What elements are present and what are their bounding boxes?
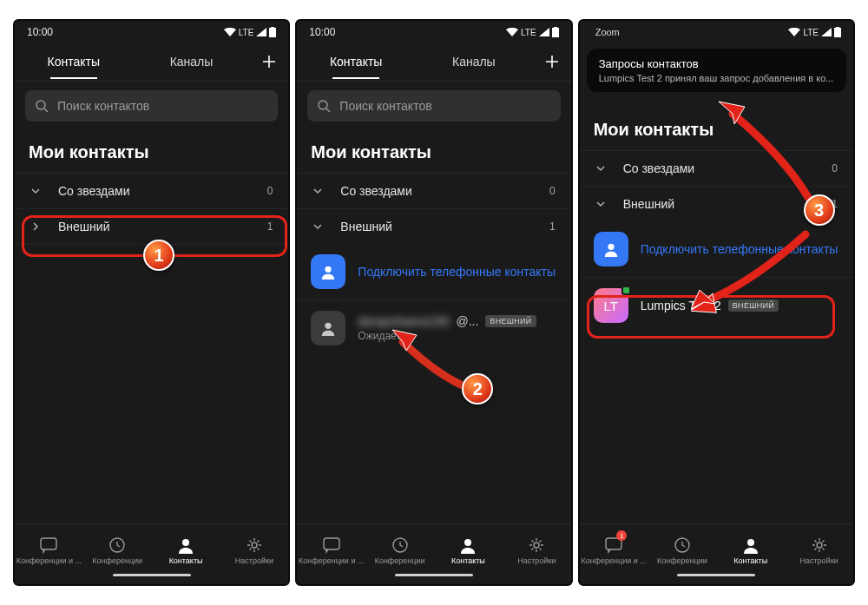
group-external[interactable]: Внешний 1 [15,208,288,245]
tab-contacts[interactable]: Контакты [297,44,415,79]
connect-label: Подключить телефонные контакты [358,265,556,279]
nav-meetings-chat[interactable]: 1 Конференции и ... [580,528,648,574]
chat-icon [322,536,341,554]
nav-settings[interactable]: Настройки [503,528,571,574]
search-input[interactable]: Поиск контактов [25,90,278,122]
person-icon [459,536,477,554]
chevron-down-icon [312,221,328,232]
status-time: 10:00 [27,26,53,38]
lte-label: LTE [803,28,819,37]
group-starred-count: 0 [549,185,556,197]
add-button[interactable] [250,53,288,70]
contact-at: @... [456,314,478,328]
contact-name-masked: darapuhaeva196 [358,314,449,328]
clock-icon [108,536,126,554]
status-bar: 10:00 LTE [15,21,288,42]
chevron-down-icon [30,186,46,196]
svg-line-11 [326,109,330,112]
home-indicator [297,574,570,584]
tab-channels[interactable]: Каналы [133,44,251,79]
nav-contacts[interactable]: Контакты [716,528,785,574]
person-icon [320,264,336,279]
phone-screen-2: 10:00 LTE Контакты Каналы Поиск контакто… [295,19,572,586]
contacts-avatar-icon [311,254,345,289]
bottom-nav: 1 Конференции и ... Конференции Контакты… [580,523,853,574]
group-external-count: 1 [549,220,556,233]
nav-contacts[interactable]: Контакты [152,528,220,574]
group-external-label: Внешний [623,197,674,211]
connect-phone-contacts[interactable]: Подключить телефонные контакты [580,221,853,278]
notification-toast[interactable]: Запросы контактов Lumpics Test 2 принял … [587,49,846,92]
group-external-label: Внешний [58,220,109,233]
svg-rect-4 [41,538,56,549]
svg-rect-19 [836,27,839,28]
svg-point-20 [608,244,614,250]
group-external-label: Внешний [340,220,391,233]
pending-contact-row[interactable]: darapuhaeva196 @... ВНЕШНИЙ Ожидает... [297,300,570,356]
person-icon [603,241,619,257]
contact-name-line: Lumpics Test 2 ВНЕШНИЙ [641,299,839,312]
tab-contacts[interactable]: Контакты [15,44,133,79]
svg-rect-0 [269,28,276,37]
battery-icon [269,27,276,37]
clock-icon [674,536,691,554]
tabs-row: Контакты Каналы [297,42,570,82]
nav-settings[interactable]: Настройки [220,528,288,574]
avatar-initials: LT [603,299,617,313]
gear-icon [246,536,263,554]
nav-meetings[interactable]: Конференции [365,528,434,574]
group-starred[interactable]: Со звездами 0 [297,173,570,208]
gear-icon [811,536,828,554]
status-time: 10:00 [309,26,335,38]
nav-meetings-chat[interactable]: Конференции и ... [297,528,365,574]
person-icon [742,536,760,554]
chevron-right-icon [30,221,46,232]
notification-title: Запросы контактов [599,57,834,70]
group-starred[interactable]: Со звездами 0 [580,150,853,186]
section-title: Мои контакты [15,127,288,173]
svg-point-10 [319,101,327,109]
contacts-avatar-icon [594,232,628,266]
search-placeholder: Поиск контактов [57,99,149,113]
svg-point-23 [747,539,754,546]
add-button[interactable] [533,53,571,70]
svg-rect-8 [552,28,559,37]
plus-icon [543,53,561,70]
person-icon [320,320,336,336]
battery-icon [834,27,841,37]
group-starred-label: Со звездами [623,161,694,175]
wifi-icon [788,28,800,36]
nav-meetings[interactable]: Конференции [648,528,716,574]
group-starred-label: Со звездами [58,184,129,198]
status-icons: LTE [224,27,277,37]
group-starred-count: 0 [832,162,838,174]
nav-contacts[interactable]: Контакты [434,528,503,574]
status-icons: LTE [506,27,559,37]
svg-point-13 [326,323,332,329]
home-indicator [15,574,288,584]
svg-point-7 [252,543,257,548]
group-external[interactable]: Внешний 1 [297,208,570,244]
lte-label: LTE [239,28,254,37]
svg-rect-9 [554,27,557,28]
connect-phone-contacts[interactable]: Подключить телефонные контакты [297,244,570,300]
search-input[interactable]: Поиск контактов [307,90,560,122]
wifi-icon [224,28,236,36]
svg-rect-18 [834,28,841,37]
avatar: LT [594,288,628,323]
clock-icon [391,536,409,554]
svg-point-17 [534,543,539,548]
accepted-contact-row[interactable]: LT Lumpics Test 2 ВНЕШНИЙ [580,278,853,333]
group-starred[interactable]: Со звездами 0 [15,173,288,208]
group-external[interactable]: Внешний 1 [580,186,853,221]
nav-settings[interactable]: Настройки [785,528,853,574]
bottom-nav: Конференции и ... Конференции Контакты Н… [15,523,288,574]
search-icon [36,100,49,113]
chevron-down-icon [595,199,611,209]
svg-rect-14 [324,538,339,549]
tab-channels[interactable]: Каналы [415,44,533,79]
group-external-count: 1 [267,220,273,233]
nav-meetings[interactable]: Конференции [83,528,152,574]
nav-meetings-chat[interactable]: Конференции и ... [15,528,83,574]
svg-line-3 [44,109,48,112]
